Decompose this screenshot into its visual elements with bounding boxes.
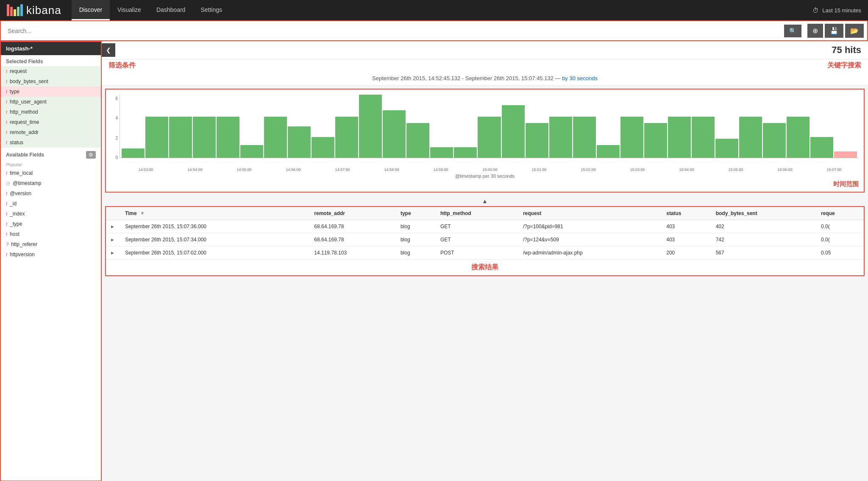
field-timestamp[interactable]: ◷ @timestamp <box>1 178 101 188</box>
field-doctype[interactable]: t _type <box>1 219 101 229</box>
field-remote-addr[interactable]: t remote_addr <box>1 127 101 137</box>
bar-4 <box>217 117 239 158</box>
td-reqtime-2: 0.0( <box>817 233 864 246</box>
bar-29 <box>810 137 833 158</box>
main-layout: logstash-* Selected Fields t request t b… <box>0 41 868 481</box>
field-index[interactable]: t _index <box>1 209 101 219</box>
search-input[interactable] <box>4 25 782 37</box>
nav-right: ⏱ Last 15 minutes <box>812 7 868 14</box>
index-pattern[interactable]: logstash-* <box>1 42 101 55</box>
logo-bar-5 <box>20 4 23 16</box>
td-time-2: September 26th 2015, 15:07:34.000 <box>121 233 310 246</box>
bar-27 <box>763 123 786 158</box>
bar-12 <box>406 123 429 158</box>
annotation-results: 搜索结果 <box>471 263 498 272</box>
field-id[interactable]: t _id <box>1 199 101 209</box>
field-name-doctype: _type <box>10 221 22 227</box>
nav-discover[interactable]: Discover <box>72 0 110 20</box>
toolbar-new-button[interactable]: ⊕ <box>807 24 823 38</box>
nav-links: Discover Visualize Dashboard Settings <box>72 0 230 20</box>
field-http-user-agent[interactable]: t http_user_agent <box>1 97 101 107</box>
field-host[interactable]: t host <box>1 229 101 239</box>
field-httpversion[interactable]: t httpversion <box>1 249 101 260</box>
bar-30 <box>834 151 857 158</box>
popular-label: Popular <box>1 160 101 168</box>
field-type-icon-body: t <box>6 79 7 84</box>
chart-container: 6 4 2 0 <box>105 89 865 193</box>
th-http-method[interactable]: http_method <box>436 207 519 220</box>
field-name-type: type <box>10 89 19 95</box>
annotation-filter: 筛选条件 <box>108 61 136 70</box>
bar-13 <box>430 147 453 158</box>
field-type-icon-referer: ? <box>6 242 8 247</box>
logo-bar-4 <box>17 7 19 16</box>
annotation-keyword: 关键字搜索 <box>827 61 861 70</box>
table-row: ► September 26th 2015, 15:07:34.000 68.6… <box>106 233 864 246</box>
row-expand-2[interactable]: ► <box>106 233 121 246</box>
bar-11 <box>383 110 406 158</box>
field-body-bytes-sent[interactable]: t body_bytes_sent <box>1 76 101 87</box>
bar-9 <box>335 117 358 158</box>
field-version[interactable]: t @version <box>1 188 101 199</box>
th-status[interactable]: status <box>662 207 711 220</box>
x-label-6: 14:59:00 <box>416 168 465 172</box>
bar-0 <box>122 148 145 158</box>
field-time-local[interactable]: t time_local <box>1 168 101 178</box>
field-type-icon-index: t <box>6 211 7 216</box>
field-http-method[interactable]: t http_method <box>1 107 101 117</box>
th-reqtime[interactable]: reque <box>817 207 864 220</box>
th-time[interactable]: Time ▼ <box>121 207 310 220</box>
th-type[interactable]: type <box>396 207 436 220</box>
table-row: ► September 26th 2015, 15:07:02.000 14.1… <box>106 246 864 260</box>
th-body-bytes[interactable]: body_bytes_sent <box>712 207 817 220</box>
y-label-2: 2 <box>111 136 118 140</box>
field-name-timestamp: @timestamp <box>13 180 42 186</box>
field-name-agent: http_user_agent <box>10 99 47 105</box>
th-request[interactable]: request <box>519 207 662 220</box>
field-name-body: body_bytes_sent <box>10 78 48 84</box>
field-name-method: http_method <box>10 109 38 115</box>
td-bytes-2: 742 <box>712 233 817 246</box>
fields-settings-button[interactable]: ⚙ <box>86 151 96 159</box>
field-name-version: @version <box>10 190 31 196</box>
collapse-toggle[interactable]: ▲ <box>102 196 868 206</box>
field-type[interactable]: t type <box>1 87 101 97</box>
clock-icon: ⏱ <box>812 7 819 14</box>
field-request-time[interactable]: t request_time <box>1 117 101 127</box>
time-filter-label[interactable]: Last 15 minutes <box>822 7 861 14</box>
field-type-icon-version: t <box>6 191 7 196</box>
x-label-2: 14:55:00 <box>220 168 269 172</box>
bar-3 <box>193 117 216 158</box>
field-request[interactable]: t request <box>1 66 101 76</box>
logo-text: kibana <box>26 4 61 17</box>
toolbar-save-button[interactable]: 💾 <box>825 24 843 38</box>
th-remote-addr[interactable]: remote_addr <box>310 207 396 220</box>
x-axis-labels: 14:53:00 14:54:00 14:55:00 14:56:00 14:5… <box>111 168 859 172</box>
bar-8 <box>312 137 334 158</box>
nav-visualize[interactable]: Visualize <box>110 0 149 20</box>
nav-settings[interactable]: Settings <box>193 0 230 20</box>
search-button[interactable]: 🔍 <box>784 25 801 37</box>
bar-16 <box>502 105 525 158</box>
toolbar-open-button[interactable]: 📂 <box>845 24 864 38</box>
td-request-3: /wp-admin/admin-ajax.php <box>519 246 662 260</box>
field-name-host: host <box>10 231 19 237</box>
field-http-referer[interactable]: ? http_referer <box>1 239 101 249</box>
field-name-timelocal: time_local <box>10 170 33 176</box>
sidebar-collapse-button[interactable]: ❮ <box>102 43 115 57</box>
td-remote-1: 68.64.169.78 <box>310 220 396 233</box>
td-request-1: /?p=100&pid=981 <box>519 220 662 233</box>
field-status[interactable]: t status <box>1 137 101 148</box>
bar-18 <box>549 117 572 158</box>
x-label-10: 15:03:00 <box>613 168 662 172</box>
field-type-icon-host: t <box>6 232 7 237</box>
x-label-14: 15:07:00 <box>810 168 859 172</box>
row-expand-3[interactable]: ► <box>106 246 121 260</box>
field-name-request: request <box>10 68 27 74</box>
row-expand-1[interactable]: ► <box>106 220 121 233</box>
td-method-1: GET <box>436 220 519 233</box>
nav-dashboard[interactable]: Dashboard <box>149 0 193 20</box>
time-range-link[interactable]: by 30 seconds <box>562 75 598 81</box>
x-label-0: 14:53:00 <box>121 168 170 172</box>
field-name-id: _id <box>10 201 17 207</box>
